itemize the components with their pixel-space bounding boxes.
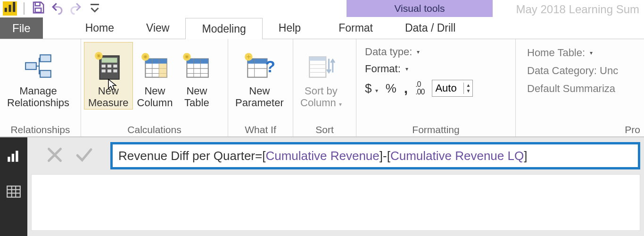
svg-rect-7 — [40, 55, 51, 61]
svg-rect-1 — [9, 5, 11, 12]
new-table-button[interactable]: New Table — [177, 42, 216, 110]
formula-reference: Cumulative Revenue LQ — [390, 149, 524, 163]
formula-bar[interactable]: Revenue Diff per Quarter = [ Cumulative … — [110, 142, 640, 169]
svg-rect-6 — [25, 63, 36, 69]
sort-by-column-button[interactable]: Sort by Column ▾ — [296, 42, 346, 110]
tab-view[interactable]: View — [130, 17, 185, 39]
svg-rect-0 — [5, 8, 7, 12]
tab-format[interactable]: Format — [322, 17, 389, 39]
document-title: May 2018 Learning Sum — [516, 3, 640, 16]
cancel-formula-button[interactable] — [45, 145, 64, 167]
undo-icon[interactable] — [50, 0, 64, 17]
app-logo — [3, 1, 17, 16]
svg-rect-3 — [35, 2, 40, 6]
new-parameter-icon: ? — [244, 51, 275, 82]
svg-rect-19 — [145, 59, 166, 64]
new-table-icon — [181, 51, 212, 82]
currency-button[interactable]: $ ▾ — [365, 81, 378, 96]
ribbon-tabs: File Home View Modeling Help Format Data… — [0, 17, 644, 39]
formula-measure-name: Revenue Diff per Quarter — [118, 149, 255, 163]
svg-rect-13 — [113, 65, 117, 67]
ribbon: Manage Relationships Relationships New M… — [0, 39, 644, 137]
tab-modeling[interactable]: Modeling — [185, 18, 262, 39]
new-measure-button[interactable]: New Measure — [84, 42, 133, 110]
decimal-places-stepper[interactable]: ▲▼ — [432, 80, 473, 97]
svg-rect-46 — [16, 151, 18, 161]
chevron-down-icon: ▾ — [590, 50, 593, 56]
svg-rect-27 — [187, 59, 208, 64]
redo-icon[interactable] — [69, 0, 83, 17]
formula-reference: Cumulative Revenue — [265, 149, 379, 163]
view-rail — [0, 137, 27, 236]
svg-rect-45 — [12, 154, 14, 162]
svg-rect-40 — [309, 57, 326, 60]
svg-rect-2 — [13, 2, 15, 12]
chevron-down-icon: ▾ — [339, 101, 342, 108]
contextual-tab-title: Visual tools — [347, 0, 493, 17]
tab-file[interactable]: File — [0, 17, 43, 39]
new-column-button[interactable]: New Column — [133, 42, 177, 110]
svg-rect-11 — [101, 65, 105, 67]
format-dropdown[interactable]: Format: ▾ — [365, 63, 473, 75]
svg-text:?: ? — [265, 57, 275, 76]
thousands-separator-button[interactable]: , — [404, 80, 408, 96]
svg-rect-14 — [101, 69, 105, 72]
data-type-dropdown[interactable]: Data type: ▾ — [365, 46, 473, 58]
tab-data-drill[interactable]: Data / Drill — [389, 17, 471, 39]
group-properties: Home Table: ▾ Data Category: Unc Default… — [516, 39, 644, 136]
report-view-button[interactable] — [4, 146, 24, 166]
commit-formula-button[interactable] — [74, 145, 93, 167]
save-icon[interactable] — [31, 0, 45, 17]
group-whatif: ? New Parameter What If — [228, 39, 293, 136]
tab-home[interactable]: Home — [69, 17, 130, 39]
group-calculations: New Measure New Column New Table Calcula… — [81, 39, 228, 136]
decimal-icon: .0.00 — [415, 81, 424, 96]
new-measure-icon — [93, 51, 124, 82]
new-parameter-button[interactable]: ? New Parameter — [231, 42, 288, 110]
group-relationships: Manage Relationships Relationships — [0, 39, 81, 136]
relationships-icon — [23, 51, 54, 82]
svg-rect-47 — [7, 186, 20, 197]
svg-rect-8 — [40, 70, 51, 77]
new-column-icon — [140, 51, 171, 82]
svg-rect-12 — [107, 65, 111, 67]
percent-button[interactable]: % — [386, 81, 396, 96]
stepper-up-icon[interactable]: ▲ — [464, 83, 472, 88]
svg-rect-15 — [107, 69, 111, 72]
tab-help[interactable]: Help — [263, 17, 317, 39]
chevron-down-icon: ▾ — [405, 66, 408, 72]
workspace: Revenue Diff per Quarter = [ Cumulative … — [0, 137, 644, 236]
chevron-down-icon: ▾ — [375, 87, 378, 94]
sort-icon — [305, 51, 337, 82]
data-category-dropdown[interactable]: Data Category: Unc — [527, 65, 618, 77]
separator — [24, 2, 25, 15]
data-view-button[interactable] — [4, 182, 24, 202]
svg-rect-24 — [159, 64, 167, 77]
report-canvas[interactable] — [31, 174, 640, 231]
group-sort: Sort by Column ▾ Sort — [293, 39, 356, 136]
stepper-down-icon[interactable]: ▼ — [464, 88, 472, 94]
svg-rect-16 — [113, 69, 117, 72]
group-formatting: Data type: ▾ Format: ▾ $ ▾ % , .0.00 ▲▼ — [356, 39, 516, 136]
mouse-cursor-icon — [107, 78, 118, 92]
chevron-down-icon: ▾ — [417, 49, 420, 55]
svg-rect-4 — [35, 8, 41, 12]
manage-relationships-button[interactable]: Manage Relationships — [3, 42, 74, 110]
decimal-places-input[interactable] — [432, 81, 463, 95]
formula-bar-row: Revenue Diff per Quarter = [ Cumulative … — [27, 137, 644, 174]
svg-rect-10 — [101, 58, 117, 62]
home-table-dropdown[interactable]: Home Table: ▾ — [527, 47, 618, 59]
default-summarization-dropdown[interactable]: Default Summariza — [527, 83, 618, 95]
quick-access-toolbar — [0, 0, 347, 17]
svg-rect-44 — [8, 157, 10, 162]
qat-dropdown-icon[interactable] — [88, 1, 102, 17]
